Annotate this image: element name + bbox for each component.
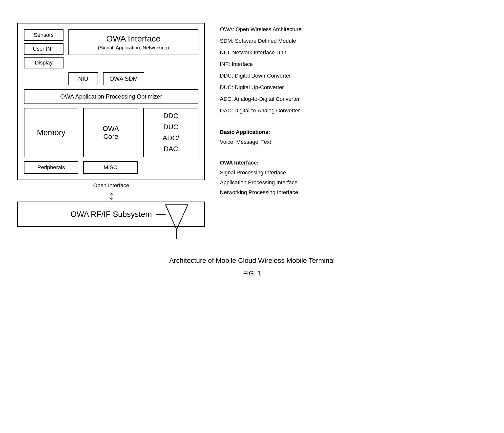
sensors-box: Sensors: [24, 29, 63, 41]
owa-interface-line2: Application Processing Interface: [220, 179, 487, 186]
display-box: Display: [24, 57, 63, 68]
niu-label: NIU: [78, 75, 88, 82]
owa-core-label: OWA Core: [103, 125, 119, 141]
owa-interface-line3: Networking Processing Interface: [220, 189, 487, 196]
owa-core-box: OWA Core: [83, 108, 138, 157]
niu-box: NIU: [68, 72, 98, 85]
owa-interface-box: OWA Interface (Signal, Application, Netw…: [68, 29, 198, 55]
display-label: Display: [35, 60, 53, 66]
memory-label: Memory: [37, 128, 65, 137]
arrow-section: Open Interface ↕: [17, 180, 205, 202]
owa-sdm-box: OWA SDM: [103, 72, 144, 85]
legend-ddc: DDC: Digital Down-Converter: [220, 72, 487, 80]
svg-marker-1: [166, 205, 188, 229]
basic-apps-title: Basic Applications:: [220, 129, 487, 135]
user-inf-box: User INF: [24, 43, 63, 55]
legend-owa: OWA: Open Wireless Architecture: [220, 25, 487, 33]
legend-adc: ADC: Analog-to-Digital Converter: [220, 95, 487, 103]
owa-sdm-label: OWA SDM: [109, 75, 138, 82]
main-content: Sensors User INF Display OWA Interface (…: [17, 23, 487, 242]
legend-area: OWA: Open Wireless Architecture SDM: Sof…: [220, 23, 487, 196]
bidirectional-arrow-icon: ↕: [108, 190, 114, 202]
caption-area: Architecture of Mobile Cloud Wireless Mo…: [169, 257, 335, 277]
peripherals-box: Peripherals: [24, 161, 78, 174]
basic-apps-content: Voice, Message, Text: [220, 139, 487, 145]
ddc-label: DDC: [163, 110, 178, 122]
outer-device-box: Sensors User INF Display OWA Interface (…: [17, 23, 205, 180]
diagram-area: Sensors User INF Display OWA Interface (…: [17, 23, 205, 242]
app-optimizer-box: OWA Application Processing Optimizer: [24, 89, 198, 104]
left-col: Sensors User INF Display: [24, 29, 63, 68]
sensors-label: Sensors: [34, 32, 54, 38]
row4: Memory OWA Core DDC DUC ADC/ DAC: [24, 108, 198, 157]
owa-interface-line1: Signal Processing Interface: [220, 169, 487, 176]
owa-interface-legend-title: OWA Interface:: [220, 160, 487, 166]
peripherals-label: Peripherals: [37, 164, 65, 170]
memory-box: Memory: [24, 108, 78, 157]
dac-label: DAC: [164, 144, 178, 155]
legend-duc: DUC: Digital Up-Converter: [220, 83, 487, 91]
page-container: Sensors User INF Display OWA Interface (…: [17, 13, 487, 420]
legend-inf: INF: Interface: [220, 60, 487, 68]
ddc-box: DDC DUC ADC/ DAC: [143, 108, 198, 157]
app-optimizer-label: OWA Application Processing Optimizer: [60, 93, 162, 100]
duc-label: DUC: [163, 122, 178, 133]
caption-main: Architecture of Mobile Cloud Wireless Mo…: [169, 257, 335, 265]
row2: NIU OWA SDM: [68, 72, 198, 85]
adc-label: ADC/: [163, 133, 179, 144]
owa-interface-title: OWA Interface: [74, 34, 193, 43]
antenna-area: [17, 202, 205, 242]
row5: Peripherals MISC: [24, 161, 198, 174]
misc-box: MISC: [83, 161, 138, 174]
row1: Sensors User INF Display OWA Interface (…: [24, 29, 198, 68]
user-inf-label: User INF: [33, 46, 55, 52]
antenna-icon: [156, 202, 195, 242]
open-interface-label: Open Interface: [93, 182, 129, 189]
legend-niu: NIU: Network Interface Unit: [220, 48, 487, 57]
legend-dac: DAC: Digital-to-Analog Converter: [220, 106, 487, 115]
misc-label: MISC: [104, 164, 117, 170]
legend-sdm: SDM: Software Defined Module: [220, 37, 487, 45]
owa-interface-sub: (Signal, Application, Networking): [74, 45, 193, 51]
caption-fig: FIG. 1: [169, 269, 335, 277]
